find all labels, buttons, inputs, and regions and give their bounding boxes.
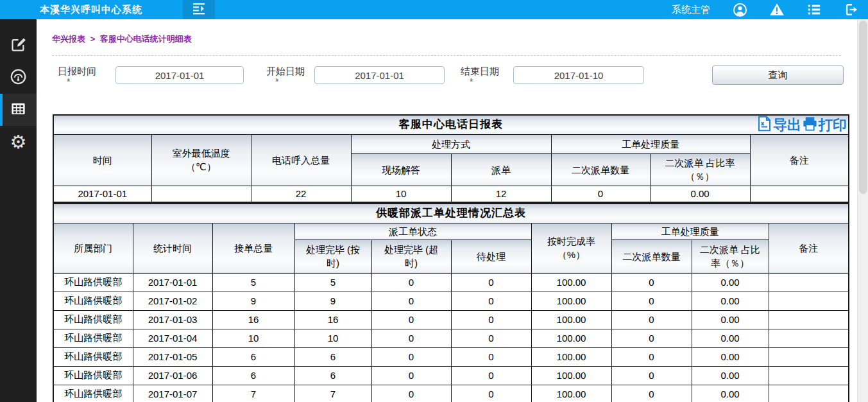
table-cell: 2017-01-01 (53, 186, 151, 202)
vertical-scrollbar[interactable] (857, 19, 868, 402)
col-header-second-count: 二次派单数量 (551, 153, 650, 186)
table-cell: 10 (294, 329, 371, 347)
table-cell (750, 186, 849, 202)
user-circle-icon[interactable] (732, 2, 747, 17)
table-cell: 9 (294, 292, 371, 310)
table-cell: 0 (451, 292, 531, 310)
main-content: 华兴报表 > 客服中心电话统计明细表 日报时间 * 开始日期 * 结束日期 * … (37, 19, 857, 402)
table-title: 供暖部派工单处理情况汇总表 (53, 204, 849, 223)
table-cell: 环山路供暖部 (53, 310, 133, 329)
breadcrumb: 华兴报表 > 客服中心电话统计明细表 (52, 33, 192, 45)
col-header-stat-time: 统计时间 (133, 223, 212, 273)
scrollbar-thumb[interactable] (859, 21, 867, 194)
sidebar-item-reports[interactable] (0, 94, 37, 126)
export-button[interactable]: 导出 (756, 115, 801, 136)
col-group-quality: 工单处理质量 (551, 134, 750, 153)
table-cell: 0.00 (692, 347, 769, 366)
table-cell: 100.00 (531, 310, 611, 329)
table-cell: 100.00 (531, 273, 611, 292)
table-row: 环山路供暖部2017-01-015500100.0000.00 (53, 273, 849, 292)
print-button[interactable]: 打印 (801, 115, 847, 136)
table-cell: 0 (451, 347, 531, 366)
table-cell: 0.00 (692, 273, 769, 292)
table-cell: 0 (451, 310, 531, 329)
start-date-input[interactable] (314, 66, 445, 84)
sidebar-item-settings[interactable]: ⚙ (0, 126, 37, 158)
table-cell: 0 (611, 329, 692, 347)
table-cell: 10 (351, 186, 451, 202)
table-cell: 6 (212, 347, 294, 366)
required-asterisk: * (58, 76, 96, 87)
table-cell: 0.00 (692, 385, 769, 402)
table-cell: 100.00 (531, 347, 611, 366)
table-cell: 2017-01-07 (133, 385, 212, 402)
table-cell: 0 (611, 385, 692, 402)
table-cell: 0 (371, 329, 451, 347)
breadcrumb-separator: > (90, 34, 96, 44)
edit-icon (10, 36, 27, 56)
gauge-icon (10, 68, 27, 88)
table-cell (151, 186, 251, 202)
table-cell: 0 (611, 292, 692, 310)
table-cell: 环山路供暖部 (53, 273, 133, 292)
table-cell: 0 (451, 366, 531, 385)
table-cell (769, 310, 849, 329)
table-cell: 0.00 (692, 329, 769, 347)
table-cell: 0 (451, 329, 531, 347)
bullet-list-icon[interactable] (806, 2, 822, 17)
required-asterisk: * (266, 76, 305, 87)
table-cell: 环山路供暖部 (53, 385, 133, 402)
breadcrumb-root[interactable]: 华兴报表 (52, 34, 85, 44)
table-cell (769, 385, 849, 402)
breadcrumb-current[interactable]: 客服中心电话统计明细表 (100, 34, 192, 44)
excel-file-icon (756, 115, 773, 136)
warning-triangle-icon[interactable] (769, 2, 785, 17)
table-cell: 0 (371, 347, 451, 366)
menu-toggle-button[interactable] (183, 0, 215, 19)
daily-table-body: 2017-01-0122101200.00 (53, 186, 849, 202)
table-cell: 0 (611, 347, 692, 366)
table-title: 客服中心电话日报表 (53, 115, 849, 134)
table-cell (769, 292, 849, 310)
col-group-quality: 工单处理质量 (611, 223, 769, 240)
col-group-method: 处理方式 (351, 134, 551, 153)
table-cell: 2017-01-01 (133, 273, 212, 292)
table-cell: 2017-01-03 (133, 310, 212, 329)
table-cell: 5 (212, 273, 294, 292)
col-header-dispatch: 派单 (451, 153, 551, 186)
table-row: 环山路供暖部2017-01-077700100.0000.00 (53, 385, 849, 402)
logout-icon[interactable] (844, 2, 859, 17)
dashed-divider (52, 55, 841, 56)
table-row: 环山路供暖部2017-01-066600100.0000.00 (53, 366, 849, 385)
table-cell: 0.00 (692, 310, 769, 329)
table-cell: 9 (212, 292, 294, 310)
report-tables: 导出 打印 客服中心电话日报表 (53, 114, 848, 402)
col-header-second-ratio: 二次派单 占比率 （％） (650, 153, 750, 186)
report-time-input[interactable] (115, 66, 244, 84)
table-cell: 0.00 (650, 186, 750, 202)
table-cell: 7 (294, 385, 371, 402)
table-row: 环山路供暖部2017-01-029900100.0000.00 (53, 292, 849, 310)
col-group-status: 派工单状态 (294, 223, 531, 240)
table-cell: 100.00 (531, 329, 611, 347)
required-asterisk: * (461, 76, 499, 87)
table-cell: 0 (451, 273, 531, 292)
daily-report-table: 客服中心电话日报表 时间 室外最低温度 （℃） 电话呼入总量 处理方式 工单处理… (53, 114, 849, 203)
sidebar-item-edit[interactable] (0, 30, 37, 62)
table-row: 环山路供暖部2017-01-04101000100.0000.00 (53, 329, 849, 347)
table-cell: 环山路供暖部 (53, 347, 133, 366)
table-cell: 16 (294, 310, 371, 329)
query-button[interactable]: 查询 (712, 66, 844, 85)
table-cell: 0 (611, 366, 692, 385)
table-cell: 100.00 (531, 385, 611, 402)
sidebar-item-dashboard[interactable] (0, 62, 37, 94)
end-date-input[interactable] (513, 66, 644, 84)
export-label: 导出 (773, 116, 801, 135)
col-header-total-orders: 接单总量 (212, 223, 294, 273)
table-cell: 0.00 (692, 366, 769, 385)
topbar-right: 系统主管 (672, 0, 859, 19)
col-header-second-ratio: 二次派单 占比 率（％） (692, 240, 769, 273)
table-cell (769, 273, 849, 292)
table-cell: 2017-01-06 (133, 366, 212, 385)
table-cell: 0 (371, 292, 451, 310)
